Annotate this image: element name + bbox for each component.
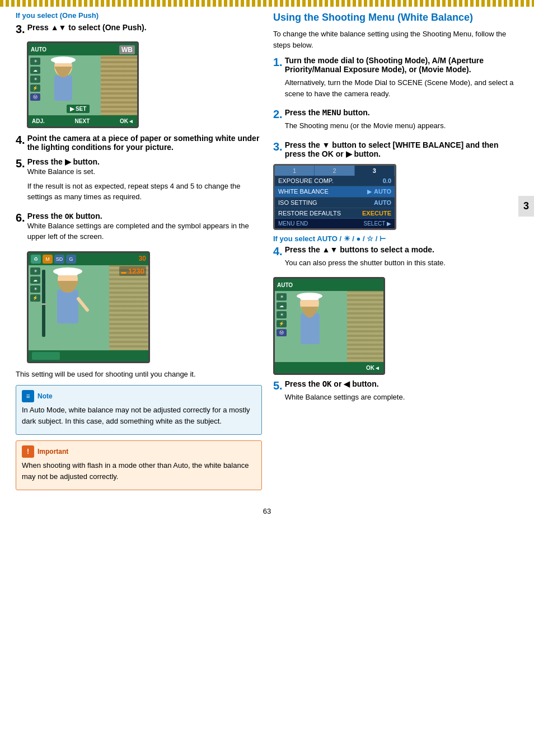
cam-small-s3: ☀ <box>277 311 287 318</box>
step5-text: Press the ▶ button. <box>27 157 100 166</box>
menu-row1-value: 0.0 <box>383 177 391 184</box>
menu-row-2: WHITE BALANCE ▶ AUTO <box>275 186 395 198</box>
right-step5-row: 5. Press the OK or ◀ button. White Balan… <box>273 379 518 406</box>
important-title: Important <box>38 448 68 456</box>
right-step4-row: 4. Press the ▲▼ buttons to select a mode… <box>273 245 518 272</box>
cam2-sd-icon: SD <box>54 255 64 264</box>
menu-bottom-bar: MENU END SELECT ▶ <box>275 219 395 228</box>
menu-row4-value: EXECUTE <box>362 210 391 217</box>
menu-row1-label: EXPOSURE COMP. <box>278 177 334 184</box>
cam-small-bg <box>347 291 383 364</box>
right-step2-number: 2. <box>273 108 283 121</box>
menu-row3-value: AUTO <box>374 199 391 206</box>
step5-content: Press the ▶ button. White Balance is set… <box>27 157 262 206</box>
svg-rect-6 <box>57 269 78 275</box>
camera2-topbar: ♻ M SD G 30 <box>29 253 148 265</box>
cam-small-person <box>287 291 332 361</box>
camera-screen-1: AUTO WB ☀ ☁ ☀ ⚡ Ⓜ <box>27 41 139 128</box>
important-icon: ! <box>22 445 34 458</box>
scene-icon-3: ☀ <box>30 76 40 83</box>
cam-small-auto: AUTO <box>277 282 293 288</box>
right-step1-row: 1. Turn the mode dial to (Shooting Mode)… <box>273 56 518 102</box>
right-step3-content: Press the ▼ button to select [WHITE BALA… <box>285 140 518 158</box>
right-step3-row: 3. Press the ▼ button to select [WHITE B… <box>273 140 518 158</box>
step3-text: Press ▲▼ to select (One Push). <box>27 23 147 32</box>
camera1-auto-label: AUTO <box>31 46 46 53</box>
right-step5-number: 5. <box>273 379 283 392</box>
step6-sub1: White Balance settings are completed and… <box>27 220 262 242</box>
step5-row: 5. Press the ▶ button. White Balance is … <box>16 157 262 206</box>
right-step4-sub: You can also press the shutter button in… <box>285 257 518 269</box>
cam2-exposure-indicator <box>41 303 46 305</box>
step6-number: 6. <box>16 212 25 224</box>
right-step1-sub: Alternatively, turn the Mode Dial to SCE… <box>285 77 518 99</box>
svg-rect-11 <box>300 294 319 300</box>
step3-row: 3. Press ▲▼ to select (One Push). <box>16 23 262 36</box>
menu-screen: 1 2 3 EXPOSURE COMP. 0.0 WHITE BALANCE ▶… <box>273 164 396 230</box>
top-border <box>0 0 534 7</box>
svg-rect-12 <box>301 313 320 344</box>
right-step2-content: Press the MENU button. The Shooting menu… <box>285 108 518 135</box>
camera-screen-2-container: ♻ M SD G 30 ▬ 1230 ☀ <box>27 251 262 363</box>
menu-row-1: EXPOSURE COMP. 0.0 <box>275 176 395 186</box>
camera1-bg-pattern <box>101 55 137 117</box>
cam2-frame-icon: ▬ <box>121 269 126 275</box>
menu-tab-1: 1 <box>275 166 315 176</box>
step6-sub2: This setting will be used for shooting u… <box>16 369 262 380</box>
scene-icon-5: Ⓜ <box>30 93 40 101</box>
note-text: In Auto Mode, white balance may not be a… <box>22 405 256 426</box>
camera-screen-2: ♻ M SD G 30 ▬ 1230 ☀ <box>27 251 150 363</box>
cam2-recycle-icon: ♻ <box>31 255 41 264</box>
step3-number: 3. <box>16 23 25 36</box>
right-step5-text: Press the OK or ◀ button. <box>285 379 379 388</box>
menu-row2-label: WHITE BALANCE <box>278 188 329 195</box>
scene-icon-4: ⚡ <box>30 84 40 92</box>
camera1-bottom-left: ADJ. <box>32 118 45 124</box>
step3-content: Press ▲▼ to select (One Push). <box>27 23 262 32</box>
note-header: ≡ Note <box>22 390 256 402</box>
right-step5-content: Press the OK or ◀ button. White Balance … <box>285 379 518 406</box>
right-step3-number: 3. <box>273 140 283 153</box>
chapter-tab: 3 <box>518 196 534 217</box>
step6-row: 6. Press the OK button. White Balance se… <box>16 212 262 246</box>
cam2-scene-3: ☀ <box>30 285 40 293</box>
camera1-bottom-mid: NEXT <box>75 118 90 124</box>
cam-small-s1: ☀ <box>277 293 287 300</box>
cam-small-s4: ⚡ <box>277 320 287 327</box>
cam2-scene-2: ☁ <box>30 276 40 284</box>
cam-small-scenes: ☀ ☁ ☀ ⚡ Ⓜ <box>277 293 287 336</box>
step5-number: 5. <box>16 157 25 170</box>
svg-line-8 <box>78 299 87 310</box>
camera-screen-1-container: AUTO WB ☀ ☁ ☀ ⚡ Ⓜ <box>27 41 262 128</box>
cam2-person <box>43 265 93 346</box>
scene-icon-2: ☁ <box>30 67 40 74</box>
right-step2-sub: The Shooting menu (or the Movie menu) ap… <box>285 120 518 132</box>
right-step5-sub: White Balance settings are complete. <box>285 392 518 403</box>
right-step2-text: Press the MENU button. <box>285 108 370 117</box>
menu-tab-2: 2 <box>315 166 354 176</box>
cam-small-topbar: AUTO <box>275 279 383 291</box>
menu-row4-label: RESTORE DEFAULTS <box>278 210 341 217</box>
note-icon: ≡ <box>22 390 34 402</box>
cam-small-ok: OK◄ <box>366 365 380 371</box>
page-number: 63 <box>0 507 534 515</box>
menu-row3-label: ISO SETTING <box>278 199 317 206</box>
right-step1-number: 1. <box>273 56 283 69</box>
cam2-bottombar <box>29 350 148 361</box>
menu-row-3: ISO SETTING AUTO <box>275 198 395 208</box>
step6-text: Press the OK button. <box>27 212 102 220</box>
camera1-bottombar: ADJ. NEXT OK◄ <box>29 115 137 126</box>
menu-row2-right: ▶ AUTO <box>367 188 391 195</box>
menu-row2-arrow: ▶ <box>367 188 372 195</box>
cam2-30: 30 <box>139 255 146 262</box>
right-step4-text: Press the ▲▼ buttons to select a mode. <box>285 245 434 254</box>
menu-bottom-right: SELECT ▶ <box>364 220 392 227</box>
right-step4-content: Press the ▲▼ buttons to select a mode. Y… <box>285 245 518 272</box>
right-step1-text: Turn the mode dial to (Shooting Mode), A… <box>285 56 484 74</box>
left-column: If you select (One Push) 3. Press ▲▼ to … <box>16 11 262 496</box>
camera1-set-label: SET <box>76 106 86 112</box>
camera1-bottom-right: OK◄ <box>120 118 134 124</box>
svg-rect-2 <box>54 58 72 63</box>
cam2-scene-icons: ☀ ☁ ☀ ⚡ <box>30 267 40 302</box>
cam2-scene-4: ⚡ <box>30 294 40 302</box>
